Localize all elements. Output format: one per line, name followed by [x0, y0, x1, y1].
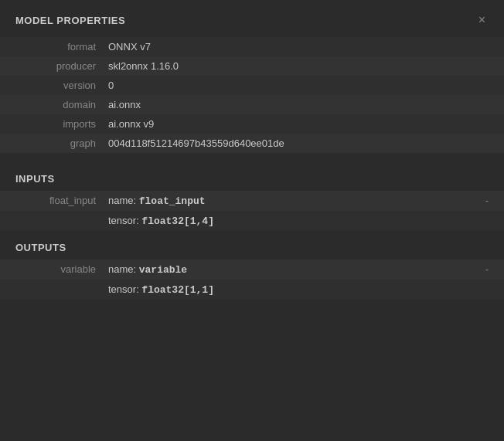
- io-name-value: name: variable: [108, 263, 479, 276]
- panel-title: MODEL PROPERTIES: [15, 15, 125, 26]
- prop-value: skl2onnx 1.16.0: [108, 60, 489, 72]
- prop-value: 004d118f51214697b43559d640ee01de: [108, 137, 489, 149]
- prop-row: formatONNX v7: [0, 37, 504, 56]
- prop-value: ai.onnx v9: [108, 118, 489, 130]
- properties-table: formatONNX v7producerskl2onnx 1.16.0vers…: [0, 37, 504, 162]
- io-name-row: float_inputname: float_input-: [0, 191, 504, 211]
- prop-row: version0: [0, 76, 504, 95]
- prop-label: domain: [15, 99, 108, 110]
- io-key-label: variable: [15, 263, 108, 275]
- io-name-value: name: float_input: [108, 195, 479, 207]
- prop-row: domainai.onnx: [0, 95, 504, 114]
- prop-row: producerskl2onnx 1.16.0: [0, 56, 504, 76]
- close-button[interactable]: ×: [475, 12, 489, 28]
- io-tensor-row: tensor: float32[1,4]: [0, 211, 504, 231]
- prop-label: imports: [15, 118, 108, 130]
- io-dash: -: [485, 195, 489, 206]
- outputs-section-header: OUTPUTS: [0, 231, 504, 260]
- io-tensor-row: tensor: float32[1,1]: [0, 280, 504, 300]
- outputs-block: variablename: variable-tensor: float32[1…: [0, 260, 504, 300]
- prop-label: producer: [15, 60, 108, 72]
- io-name-row: variablename: variable-: [0, 260, 504, 280]
- prop-label: version: [15, 80, 108, 91]
- io-tensor-value: tensor: float32[1,1]: [108, 283, 489, 296]
- prop-value: ONNX v7: [108, 41, 489, 53]
- inputs-section-header: INPUTS: [0, 162, 504, 191]
- inputs-block: float_inputname: float_input-tensor: flo…: [0, 191, 504, 231]
- prop-label: format: [15, 41, 108, 53]
- prop-row: graph004d118f51214697b43559d640ee01de: [0, 134, 504, 153]
- prop-row: importsai.onnx v9: [0, 114, 504, 134]
- prop-value: 0: [108, 80, 489, 91]
- io-dash: -: [485, 263, 489, 275]
- io-tensor-value: tensor: float32[1,4]: [108, 215, 489, 227]
- io-key-label: float_input: [15, 195, 108, 206]
- prop-value: ai.onnx: [108, 99, 489, 110]
- prop-label: graph: [15, 137, 108, 149]
- panel-header: MODEL PROPERTIES ×: [0, 0, 504, 37]
- model-properties-panel: MODEL PROPERTIES × formatONNX v7producer…: [0, 0, 504, 441]
